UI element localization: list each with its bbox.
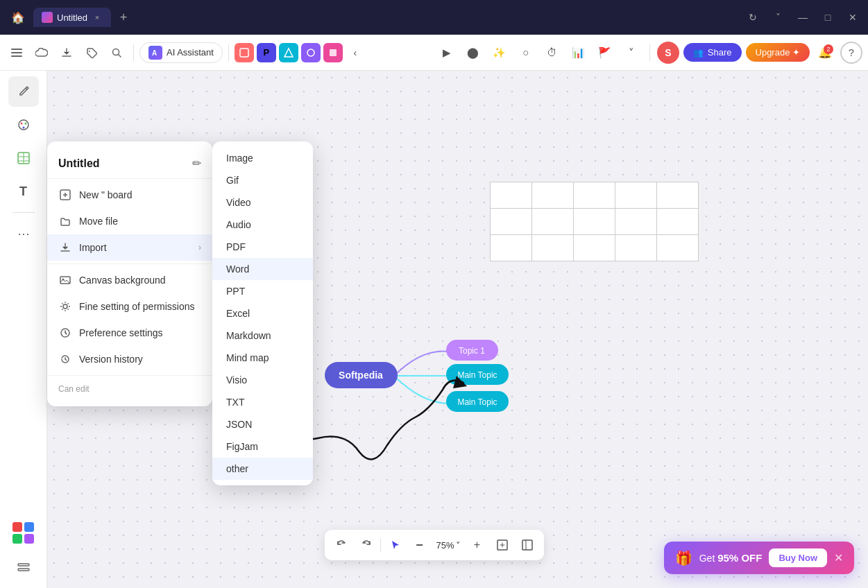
fine-setting-icon (58, 300, 72, 313)
svg-rect-1 (11, 52, 22, 53)
import-ppt-item[interactable]: PPT (212, 280, 313, 302)
edit-title-icon[interactable]: ✏ (192, 157, 201, 170)
zoom-level-display[interactable]: 75% ˅ (433, 540, 463, 551)
app-icon-5[interactable] (323, 43, 343, 62)
svg-rect-37 (522, 540, 532, 550)
help-button[interactable]: ? (840, 42, 862, 64)
home-button[interactable]: 🏠 (6, 5, 31, 30)
app-dot-4[interactable] (24, 534, 34, 544)
import-pdf-item[interactable]: PDF (212, 236, 313, 258)
svg-rect-7 (240, 49, 248, 57)
preference-item[interactable]: Preference settings (47, 320, 212, 346)
browser-tab[interactable]: Untitled × (33, 8, 111, 27)
download-icon[interactable] (56, 42, 78, 64)
promo-buy-button[interactable]: Buy Now (769, 548, 827, 567)
import-item[interactable]: Import › (47, 234, 212, 261)
sidebar-palette-icon[interactable] (8, 110, 39, 140)
svg-point-9 (307, 49, 314, 56)
more-tools-button[interactable]: ‹ (346, 43, 365, 62)
table-cell (532, 209, 574, 235)
upgrade-button[interactable]: Upgrade ✦ (746, 43, 810, 62)
import-pdf-label: PDF (226, 241, 246, 252)
chart-icon[interactable]: 📊 (568, 42, 590, 64)
circle-icon[interactable]: ○ (515, 42, 537, 64)
sidebar-pen-icon[interactable] (8, 76, 39, 107)
tag-icon[interactable] (80, 42, 103, 64)
zoom-in-button[interactable]: + (466, 534, 488, 556)
import-other-item[interactable]: other (212, 458, 313, 480)
promo-icon: 🎁 (675, 550, 692, 567)
redo-button[interactable] (355, 534, 377, 556)
import-visio-item[interactable]: Visio (212, 369, 313, 391)
app-icon-4[interactable] (301, 43, 321, 62)
table-cell (574, 235, 615, 261)
import-image-item[interactable]: Image (212, 147, 313, 169)
canvas-table[interactable] (490, 182, 699, 261)
app-icon-2[interactable]: P (257, 43, 276, 62)
timer-icon[interactable]: ⏱ (541, 42, 563, 64)
version-history-item[interactable]: Version history (47, 346, 212, 372)
move-file-item[interactable]: Move file (47, 208, 212, 234)
chevron-down-icon[interactable]: ˅ (620, 42, 643, 64)
import-ppt-label: PPT (226, 286, 245, 297)
import-gif-item[interactable]: Gif (212, 169, 313, 191)
undo-button[interactable] (330, 534, 352, 556)
canvas-bg-label: Canvas background (79, 275, 166, 286)
sidebar-text-icon[interactable]: T (8, 176, 39, 207)
maximize-button[interactable]: □ (818, 8, 837, 27)
pointer-tool-button[interactable] (383, 534, 405, 556)
sidebar-settings-icon[interactable] (8, 552, 39, 582)
import-markdown-item[interactable]: Markdown (212, 325, 313, 347)
import-json-label: JSON (226, 419, 252, 430)
table-cell (574, 209, 615, 235)
app-dot-1[interactable] (12, 522, 22, 532)
import-video-item[interactable]: Video (212, 191, 313, 214)
zoom-out-button[interactable]: − (408, 534, 430, 556)
app-dot-2[interactable] (24, 522, 34, 532)
bottom-divider (380, 538, 380, 552)
canvas-background-item[interactable]: Canvas background (47, 267, 212, 293)
search-icon[interactable] (105, 42, 128, 64)
tab-close-button[interactable]: × (92, 12, 103, 23)
dropdown-divider-3 (47, 375, 212, 376)
new-tab-button[interactable]: + (114, 8, 133, 27)
flag-icon[interactable]: 🚩 (594, 42, 616, 64)
cloud-icon[interactable] (31, 42, 53, 64)
promo-close-button[interactable]: ✕ (834, 551, 843, 564)
refresh-button[interactable]: ↻ (743, 8, 763, 27)
fine-setting-item[interactable]: Fine setting of permissions (47, 293, 212, 320)
import-icon (58, 241, 72, 254)
minimize-button[interactable]: — (793, 8, 812, 27)
sidebar-table-icon[interactable] (8, 143, 39, 173)
present-icon[interactable]: ⬤ (462, 42, 484, 64)
import-excel-item[interactable]: Excel (212, 302, 313, 325)
import-audio-item[interactable]: Audio (212, 214, 313, 236)
import-word-item[interactable]: Word (212, 258, 313, 280)
import-mindmap-item[interactable]: Mind map (212, 347, 313, 369)
preference-icon (58, 326, 72, 340)
dropdown-divider (47, 178, 212, 179)
close-button[interactable]: ✕ (843, 8, 862, 27)
table-row (491, 235, 699, 261)
app-dot-3[interactable] (12, 534, 22, 544)
sidebar-dots-icon[interactable]: ⋯ (8, 218, 39, 249)
import-figjam-item[interactable]: FigJam (212, 435, 313, 458)
bottom-toolbar: − 75% ˅ + (324, 530, 543, 560)
svg-point-13 (20, 123, 22, 125)
app-icon-3[interactable] (279, 43, 298, 62)
notifications-button[interactable]: 🔔 2 (814, 42, 836, 64)
ai-logo-icon: A (148, 46, 162, 60)
star-icon[interactable]: ✨ (488, 42, 511, 64)
play-icon[interactable]: ▶ (436, 42, 458, 64)
chevron-down-button[interactable]: ˅ (768, 8, 788, 27)
ai-assistant-button[interactable]: A AI Assistant (139, 42, 223, 63)
app-icon-1[interactable] (235, 43, 254, 62)
share-button[interactable]: 👥 Share (683, 43, 742, 62)
fit-to-screen-button[interactable] (491, 534, 513, 556)
new-board-item[interactable]: New " board (47, 182, 212, 208)
import-txt-item[interactable]: TXT (212, 391, 313, 413)
user-avatar[interactable]: S (657, 42, 679, 64)
menu-icon[interactable] (6, 42, 28, 64)
import-json-item[interactable]: JSON (212, 413, 313, 435)
panel-toggle-button[interactable] (516, 534, 538, 556)
